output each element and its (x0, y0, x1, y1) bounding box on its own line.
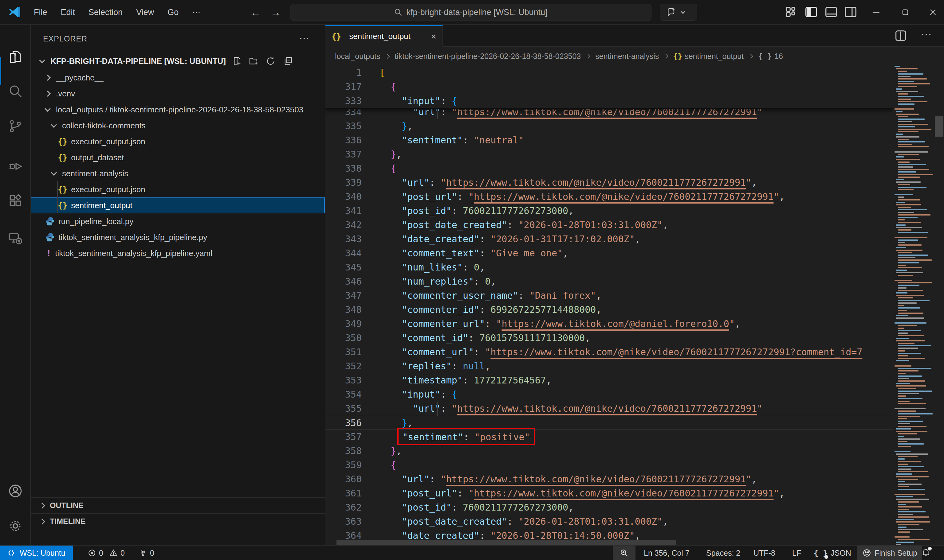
encoding-status[interactable]: UTF-8 (753, 546, 775, 560)
toggle-panel-icon[interactable] (824, 5, 838, 19)
code-line-336[interactable]: 336 "sentiment": "neutral" (325, 133, 893, 148)
code-line-343[interactable]: 343 "date_created": "2026-01-31T17:17:02… (325, 232, 893, 246)
sidebar-item-source-control[interactable] (0, 111, 31, 141)
problems-status[interactable]: 0 0 (88, 546, 125, 560)
breadcrumb[interactable]: local_outputstiktok-sentiment-pipeline-2… (325, 47, 944, 66)
tree-item-sentiment-analysis[interactable]: sentiment-analysis (31, 166, 325, 182)
code-line-333[interactable]: 333 "input": { (325, 94, 893, 108)
menu-overflow-icon[interactable]: ··· (185, 0, 207, 25)
customize-layout-icon[interactable] (784, 5, 798, 19)
code-line-317[interactable]: 317 { (325, 80, 893, 94)
code-line-355[interactable]: 355 "url": "https://www.tiktok.com/@nike… (325, 402, 893, 416)
menu-file[interactable]: File (27, 0, 54, 25)
code-line-360[interactable]: 360 "url": "https://www.tiktok.com/@nike… (325, 472, 893, 486)
code-line-345[interactable]: 345 "num_likes": 0, (325, 260, 893, 274)
code-line-351[interactable]: 351 "comment_url": "https://www.tiktok.c… (325, 345, 893, 359)
tree-item--pycache-[interactable]: __pycache__ (31, 70, 325, 86)
code-line-338[interactable]: 338 { (325, 162, 893, 175)
minimize-button[interactable] (862, 0, 890, 25)
close-tab-icon[interactable]: × (431, 31, 437, 42)
eol-status[interactable]: LF (792, 546, 801, 560)
code-line-335[interactable]: 335 }, (325, 119, 893, 133)
tree-item-executor-output-json[interactable]: {}executor_output.json (31, 182, 325, 197)
code-line-359[interactable]: 359 { (325, 458, 893, 472)
code-editor[interactable]: 334 "url": "https://www.tiktok.com/@nike… (325, 66, 893, 545)
split-editor-icon[interactable] (894, 29, 908, 43)
menu-edit[interactable]: Edit (54, 0, 82, 25)
settings-gear-icon[interactable] (0, 511, 31, 541)
code-line-349[interactable]: 349 "commenter_url": "https://www.tiktok… (325, 317, 893, 331)
code-line-342[interactable]: 342 "post_date_created": "2026-01-28T01:… (325, 218, 893, 232)
tree-item--venv[interactable]: .venv (31, 86, 325, 102)
ports-status[interactable]: 0 (139, 546, 154, 560)
toggle-primary-sidebar-icon[interactable] (804, 5, 818, 19)
editor-more-actions-icon[interactable]: ··· (921, 27, 932, 40)
collapse-folders-icon[interactable] (283, 56, 293, 66)
close-window-button[interactable] (919, 0, 944, 25)
code-line-341[interactable]: 341 "post_id": 7600211777267273000, (325, 204, 893, 218)
command-center-search[interactable]: kfp-bright-data-pipeline [WSL: Ubuntu] (290, 4, 651, 21)
menu-go[interactable]: Go (161, 0, 185, 25)
maximize-button[interactable] (891, 0, 919, 25)
refresh-icon[interactable] (266, 56, 276, 66)
language-mode[interactable]: { } JSON (814, 546, 851, 560)
breadcrumb-item[interactable]: {}sentiment_output (673, 52, 743, 61)
forward-arrow-icon[interactable]: → (270, 0, 281, 25)
indentation-status[interactable]: Spaces: 2 (706, 546, 740, 560)
sidebar-item-remote-explorer[interactable] (0, 224, 31, 253)
menu-view[interactable]: View (130, 0, 161, 25)
back-arrow-icon[interactable]: ← (250, 0, 261, 25)
tree-item-local-outputs-tiktok-sentiment-pipeline-2026-02-26-18-38-58-023503[interactable]: local_outputs / tiktok-sentiment-pipelin… (31, 102, 325, 118)
tree-item-output-dataset[interactable]: {}output_dataset (31, 149, 325, 166)
scrollbar-thumb[interactable] (935, 116, 943, 137)
code-line-350[interactable]: 350 "comment_id": 7601575911171130000, (325, 331, 893, 345)
breadcrumb-item[interactable]: tiktok-sentiment-pipeline-2026-02-26-18-… (395, 52, 581, 61)
code-line-352[interactable]: 352 "replies": null, (325, 359, 893, 373)
zoom-status[interactable] (613, 546, 636, 560)
accounts-icon[interactable] (0, 476, 31, 506)
sidebar-item-search[interactable] (0, 77, 31, 106)
code-line-1[interactable]: 1[ (325, 66, 893, 80)
tree-item-tiktok-sentiment-analysis-kfp-pipeline-yaml[interactable]: !tiktok_sentiment_analysis_kfp_pipeline.… (31, 245, 325, 261)
code-line-340[interactable]: 340 "post_url": "https://www.tiktok.com/… (325, 190, 893, 204)
code-line-348[interactable]: 348 "commenter_id": 6992672257714488000, (325, 303, 893, 317)
outline-section[interactable]: OUTLINE (31, 497, 325, 513)
new-folder-icon[interactable] (248, 56, 258, 66)
toggle-secondary-sidebar-icon[interactable] (844, 5, 858, 19)
tree-item-run-pipeline-local-py[interactable]: run_pipeline_local.py (31, 213, 325, 229)
code-line-334[interactable]: 334 "url": "https://www.tiktok.com/@nike… (325, 109, 893, 119)
code-line-347[interactable]: 347 "commenter_user_name": "Dani forex", (325, 289, 893, 303)
explorer-more-actions-icon[interactable]: ⋯ (299, 31, 309, 46)
code-line-357[interactable]: 357 "sentiment": "positive" (325, 430, 893, 444)
code-line-353[interactable]: 353 "timestamp": 1772127564567, (325, 373, 893, 388)
cursor-position[interactable]: Ln 356, Col 7 (644, 546, 689, 560)
code-line-339[interactable]: 339 "url": "https://www.tiktok.com/@nike… (325, 175, 893, 190)
project-section-header[interactable]: KFP-BRIGHT-DATA-PIPELINE [WSL: UBUNTU] (31, 53, 325, 69)
sidebar-item-run-debug[interactable] (0, 151, 31, 181)
new-file-icon[interactable] (231, 56, 241, 66)
code-line-354[interactable]: 354 "input": { (325, 388, 893, 402)
copilot-button[interactable] (660, 4, 697, 21)
timeline-section[interactable]: TIMELINE (31, 513, 325, 529)
breadcrumb-item[interactable]: sentiment-analysis (595, 52, 659, 61)
code-line-337[interactable]: 337 }, (325, 148, 893, 162)
code-line-346[interactable]: 346 "num_replies": 0, (325, 274, 893, 289)
code-line-362[interactable]: 362 "post_id": 7600211777267273000, (325, 500, 893, 515)
tree-item-tiktok-sentiment-analysis-kfp-pipeline-py[interactable]: tiktok_sentiment_analysis_kfp_pipeline.p… (31, 229, 325, 245)
vertical-scrollbar[interactable] (934, 66, 944, 545)
tree-item-collect-tiktok-comments[interactable]: collect-tiktok-comments (31, 118, 325, 134)
code-line-344[interactable]: 344 "comment_text": "Give me one", (325, 246, 893, 260)
code-line-363[interactable]: 363 "post_date_created": "2026-01-28T01:… (325, 515, 893, 529)
horizontal-scrollbar[interactable] (336, 540, 676, 545)
tab-sentiment-output[interactable]: {} sentiment_output × (325, 25, 443, 47)
sidebar-item-extensions[interactable] (0, 186, 31, 215)
finish-setup[interactable]: Finish Setup (858, 546, 922, 560)
tree-item-executor-output-json[interactable]: {}executor_output.json (31, 134, 325, 149)
breadcrumb-item[interactable]: local_outputs (335, 52, 380, 61)
breadcrumb-item[interactable]: { }16 (758, 52, 783, 61)
remote-indicator[interactable]: WSL: Ubuntu (0, 546, 73, 560)
code-line-361[interactable]: 361 "post_url": "https://www.tiktok.com/… (325, 486, 893, 500)
sidebar-item-explorer[interactable] (0, 42, 31, 72)
tree-item-sentiment-output[interactable]: {}sentiment_output (31, 197, 325, 213)
code-line-358[interactable]: 358 }, (325, 444, 893, 458)
